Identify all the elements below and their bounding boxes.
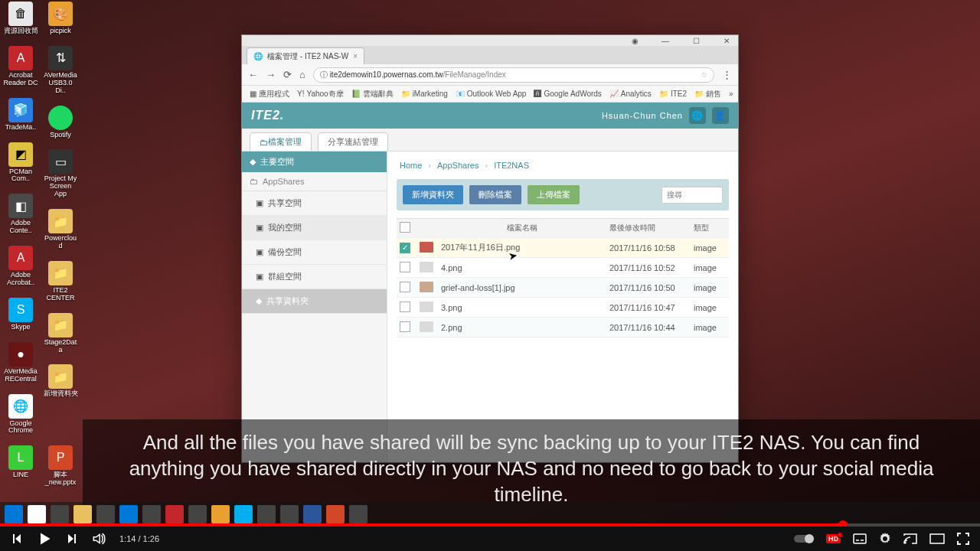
taskbar-icon[interactable] — [188, 505, 207, 523]
address-bar[interactable]: ⓘ ite2demowin10.powernas.com.tw /FileMan… — [313, 67, 714, 83]
bookmark-item[interactable]: 📈 Analytics — [609, 90, 652, 98]
close-button[interactable]: ✕ — [718, 37, 735, 45]
sidebar-item-backup-space[interactable]: ▣ 備份空間 — [242, 240, 387, 265]
col-type[interactable]: 類型 — [691, 223, 729, 233]
taskbar-icon[interactable] — [165, 505, 184, 523]
tab-file-manage[interactable]: 🗀 檔案管理 — [250, 132, 312, 151]
new-folder-button[interactable]: 新增資料夾 — [403, 185, 463, 204]
bookmark-item[interactable]: 📧 Outlook Web App — [456, 90, 527, 98]
volume-button[interactable] — [92, 532, 106, 546]
theater-mode-button[interactable] — [929, 533, 945, 544]
bookmark-item[interactable]: 📁 iMarketing — [401, 90, 448, 98]
taskbar-icon[interactable] — [257, 505, 276, 523]
taskbar-icon[interactable] — [326, 505, 345, 523]
desktop-icon[interactable]: 📁Stage2Data — [43, 313, 78, 354]
taskbar-icon[interactable] — [96, 505, 115, 523]
checkbox-all[interactable] — [400, 222, 410, 233]
sidebar-item-shared-space[interactable]: ▣ 共享空間 — [242, 191, 387, 216]
tab-share-link[interactable]: 分享連結管理 — [318, 132, 388, 151]
taskbar-icon[interactable] — [280, 505, 299, 523]
taskbar-icon[interactable] — [142, 505, 161, 523]
globe-icon[interactable]: 🌐 — [689, 107, 706, 124]
desktop-icon[interactable]: ⇅AVerMedia USB3.0 Di.. — [43, 46, 78, 95]
desktop-icon[interactable]: 🎨picpick — [43, 2, 78, 35]
desktop-icon[interactable]: ▭Project My Screen App — [43, 149, 78, 198]
taskbar-icon[interactable] — [51, 505, 69, 523]
bookmark-item[interactable]: 📁 銷售 — [694, 89, 721, 99]
crumb-appshares[interactable]: AppShares — [437, 161, 479, 170]
breadcrumb: Home› AppShares› ITE2NAS — [387, 152, 738, 179]
crumb-home[interactable]: Home — [400, 161, 422, 170]
table-row[interactable]: 2.png 2017/11/16 10:44 image — [397, 318, 729, 337]
autoplay-toggle[interactable] — [794, 533, 814, 544]
menu-icon[interactable]: ⋮ — [722, 69, 732, 80]
taskbar-icon[interactable] — [211, 505, 230, 523]
sidebar-item-shared-folder[interactable]: ◆ 共享資料夾 — [242, 289, 387, 314]
upload-button[interactable]: 上傳檔案 — [528, 185, 580, 204]
bookmark-item[interactable]: 📁 ITE2 — [659, 90, 687, 98]
sidebar-folder[interactable]: 🗀 AppShares — [242, 172, 387, 191]
fullscreen-button[interactable] — [957, 533, 969, 545]
col-date[interactable]: 最後修改時間 — [606, 223, 691, 233]
start-button[interactable] — [5, 505, 23, 523]
desktop-icon[interactable]: ◩PCMan Com.. — [3, 142, 38, 184]
next-button[interactable] — [66, 533, 78, 545]
desktop-icon[interactable]: AAcrobat Reader DC — [3, 46, 38, 87]
desktop-icon[interactable]: 🗑資源回收筒 — [3, 2, 38, 35]
taskbar-search[interactable] — [28, 505, 46, 523]
row-checkbox[interactable] — [400, 302, 410, 312]
user-icon[interactable]: 👤 — [712, 107, 729, 124]
desktop-icon[interactable]: 📁新增資料夾 — [43, 364, 78, 398]
bookmark-item[interactable]: Y! Yahoo奇摩 — [297, 89, 344, 99]
taskbar-icon[interactable] — [234, 505, 253, 523]
row-checkbox[interactable] — [400, 321, 410, 332]
sidebar-item-my-space[interactable]: ▣ 我的空間 — [242, 216, 387, 240]
desktop-icon[interactable]: SSkype — [3, 298, 38, 331]
desktop-icon[interactable]: 🌐Google Chrome — [3, 394, 38, 435]
table-row[interactable]: 3.png 2017/11/16 10:47 image — [397, 298, 729, 318]
previous-button[interactable] — [11, 533, 23, 545]
row-checkbox[interactable] — [400, 282, 410, 292]
bookmark-item[interactable]: 🅰 Google AdWords — [534, 90, 601, 98]
subtitles-button[interactable] — [853, 533, 867, 544]
bookmark-item[interactable]: ▦ 應用程式 — [250, 89, 289, 99]
forward-button[interactable]: → — [266, 69, 276, 80]
cast-icon[interactable] — [903, 533, 917, 544]
taskbar-icon[interactable] — [119, 505, 138, 523]
desktop-icon[interactable]: ◧Adobe Conte.. — [3, 194, 38, 235]
crumb-ite2nas[interactable]: ITE2NAS — [494, 161, 529, 170]
quality-badge[interactable]: HD — [826, 534, 841, 543]
minimize-button[interactable]: — — [657, 37, 674, 45]
reload-button[interactable]: ⟳ — [283, 69, 292, 80]
desktop-icon[interactable]: AAdobe Acrobat.. — [3, 246, 38, 287]
settings-icon[interactable] — [879, 533, 891, 545]
desktop-icon[interactable]: 📁ITE2 CENTER — [43, 261, 78, 302]
taskbar-icon[interactable] — [349, 505, 368, 523]
taskbar-icon[interactable] — [303, 505, 322, 523]
row-checkbox[interactable] — [400, 262, 410, 272]
back-button[interactable]: ← — [248, 69, 258, 80]
table-row[interactable]: 4.png 2017/11/16 10:52 image — [397, 258, 729, 278]
table-row[interactable]: ✓ 2017年11月16日.png 2017/11/16 10:58 image — [397, 238, 729, 258]
home-button[interactable]: ⌂ — [299, 69, 305, 80]
desktop-icon[interactable]: 📁Powercloud — [43, 209, 78, 250]
desktop-icon[interactable]: 🧊TradeMa.. — [3, 98, 38, 132]
desktop-icon[interactable]: ●AVerMedia RECentral — [3, 342, 38, 383]
tab-close-icon[interactable]: × — [353, 52, 358, 60]
play-button[interactable] — [37, 531, 52, 546]
browser-tab[interactable]: 🌐 檔案管理 - ITE2 NAS-W × — [247, 47, 364, 64]
sidebar-item-group-space[interactable]: ▣ 群組空間 — [242, 265, 387, 289]
desktop-icon[interactable]: P腳本_new.pptx — [43, 445, 78, 487]
sidebar-header[interactable]: ◆ 主要空間 — [242, 152, 387, 172]
row-checkbox[interactable]: ✓ — [400, 243, 410, 253]
search-input[interactable] — [662, 187, 723, 204]
desktop-icon[interactable]: LLINE — [3, 445, 38, 479]
taskbar-icon[interactable] — [74, 505, 92, 523]
desktop-icon[interactable]: Spotify — [43, 106, 78, 139]
bookmark-star-icon[interactable]: ☆ — [701, 70, 707, 79]
delete-button[interactable]: 刪除檔案 — [469, 185, 521, 204]
maximize-button[interactable]: ☐ — [688, 37, 704, 45]
table-row[interactable]: grief-and-loss[1].jpg 2017/11/16 10:50 i… — [397, 278, 729, 298]
bookmark-item[interactable]: 📗 雲端辭典 — [351, 89, 394, 99]
col-name[interactable]: 檔案名稱 — [438, 223, 606, 233]
